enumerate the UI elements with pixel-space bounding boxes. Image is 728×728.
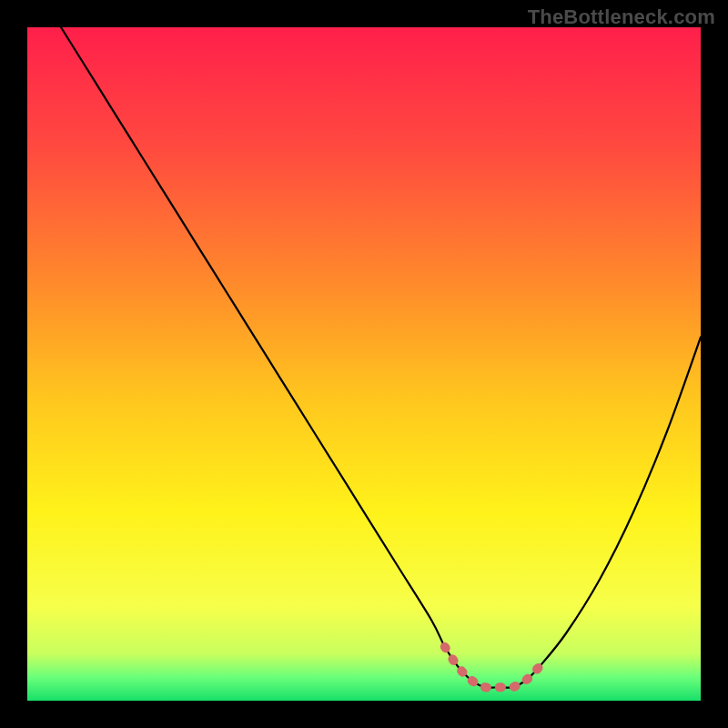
- gradient-background: [27, 27, 701, 701]
- chart-stage: [27, 27, 701, 701]
- chart-frame: TheBottleneck.com: [0, 0, 728, 728]
- watermark-text: TheBottleneck.com: [528, 5, 715, 29]
- chart-svg: [27, 27, 701, 701]
